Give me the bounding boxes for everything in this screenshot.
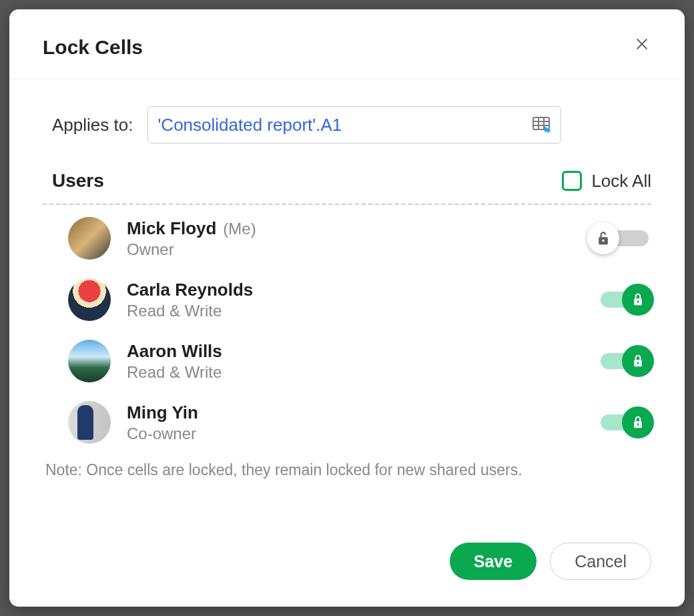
range-field[interactable] (147, 106, 561, 143)
user-role: Owner (127, 240, 574, 259)
user-name: Carla Reynolds (127, 280, 253, 300)
footer-note: Note: Once cells are locked, they remain… (45, 461, 651, 479)
range-input[interactable] (157, 115, 533, 135)
lock-all-checkbox[interactable] (562, 171, 582, 191)
lock-icon (631, 292, 645, 308)
user-name: Ming Yin (127, 402, 198, 423)
lock-all-control[interactable]: Lock All (562, 171, 651, 192)
user-row: Ming Yin Co-owner (68, 401, 651, 444)
lock-toggle[interactable] (590, 408, 651, 437)
user-list: Mick Floyd (Me) Owner (68, 217, 651, 444)
svg-rect-12 (637, 302, 638, 304)
user-name: Aaron Wills (127, 341, 222, 362)
svg-point-9 (602, 240, 604, 242)
user-info: Mick Floyd (Me) Owner (127, 218, 574, 259)
close-button[interactable] (631, 33, 653, 55)
dialog-header: Lock Cells (43, 36, 651, 59)
lock-cells-dialog: Lock Cells Applies to: Users (9, 9, 685, 607)
svg-rect-15 (637, 363, 638, 365)
user-role: Read & Write (127, 363, 574, 382)
user-row: Aaron Wills Read & Write (68, 340, 651, 382)
header-divider (9, 79, 685, 79)
user-role: Read & Write (127, 302, 574, 320)
unlock-icon (596, 230, 611, 246)
svg-rect-18 (637, 424, 638, 426)
user-row: Carla Reynolds Read & Write (68, 278, 651, 321)
avatar (68, 340, 111, 382)
lock-icon (631, 353, 645, 369)
applies-to-row: Applies to: (52, 106, 651, 143)
lock-all-label: Lock All (591, 171, 651, 192)
lock-toggle[interactable] (590, 224, 651, 253)
user-info: Ming Yin Co-owner (127, 402, 574, 443)
user-role: Co-owner (127, 424, 574, 443)
lock-toggle[interactable] (590, 346, 651, 376)
applies-to-label: Applies to: (52, 115, 133, 135)
users-header-row: Users Lock All (52, 170, 651, 192)
user-info: Carla Reynolds Read & Write (127, 280, 574, 320)
save-button[interactable]: Save (450, 543, 537, 580)
cancel-button[interactable]: Cancel (550, 543, 651, 580)
users-divider (43, 204, 651, 205)
dialog-title: Lock Cells (43, 36, 651, 59)
svg-marker-7 (545, 126, 551, 133)
avatar (68, 217, 111, 260)
avatar (68, 401, 111, 444)
user-info: Aaron Wills Read & Write (127, 341, 574, 382)
range-picker-icon[interactable] (533, 117, 551, 133)
lock-icon (631, 414, 645, 430)
avatar (68, 278, 111, 321)
dialog-footer: Save Cancel (43, 523, 651, 580)
lock-toggle[interactable] (590, 285, 651, 314)
users-heading: Users (52, 170, 104, 192)
user-me-suffix: (Me) (223, 220, 256, 238)
user-row: Mick Floyd (Me) Owner (68, 217, 651, 260)
user-name: Mick Floyd (127, 218, 216, 239)
svg-rect-2 (533, 117, 549, 129)
close-icon (635, 37, 649, 51)
